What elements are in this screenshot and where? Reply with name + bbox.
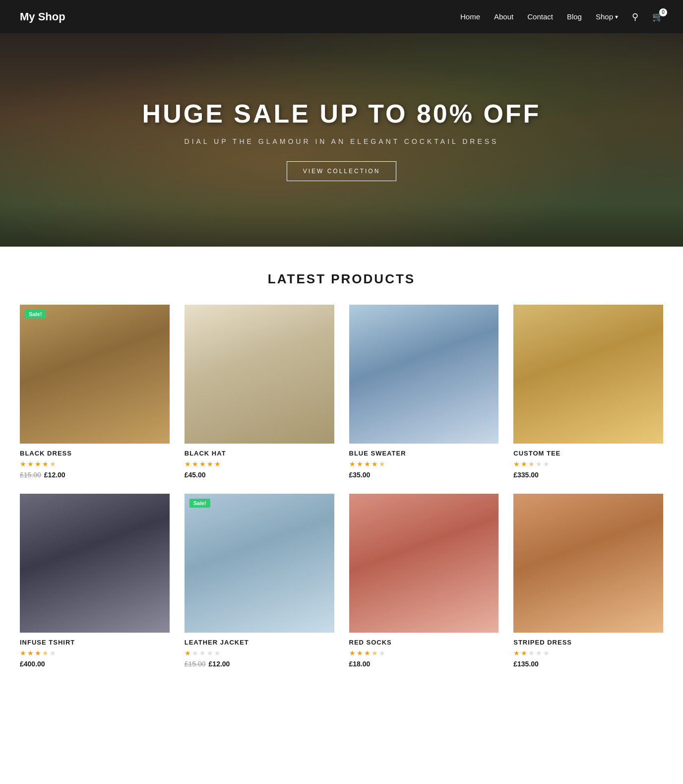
product-card[interactable]: INFUSE TSHIRT ★★★★★ £400.00 <box>20 494 170 668</box>
nav-links: Home About Contact Blog Shop ▾ ⚲ 🛒 0 <box>460 11 663 22</box>
star-full: ★ <box>364 649 371 657</box>
product-stars: ★★★★★ <box>349 649 499 657</box>
star-full: ★ <box>185 460 191 468</box>
price-old: £15.00 <box>20 471 41 479</box>
star-half: ★ <box>372 649 378 657</box>
star-full: ★ <box>513 460 520 468</box>
product-price: £15.00£12.00 <box>185 660 334 668</box>
view-collection-button[interactable]: VIEW COLLECTION <box>287 161 397 181</box>
star-full: ★ <box>372 460 378 468</box>
cart-badge: 0 <box>659 8 667 16</box>
star-full: ★ <box>357 649 363 657</box>
product-image <box>185 305 334 444</box>
product-stars: ★★★★★ <box>185 649 334 657</box>
star-full: ★ <box>521 460 527 468</box>
star-full: ★ <box>214 460 221 468</box>
product-image-wrapper: Sale! <box>20 305 170 444</box>
product-image-wrapper <box>349 305 499 444</box>
product-name: RED SOCKS <box>349 639 499 646</box>
product-card[interactable]: BLUE SWEATER ★★★★★ £35.00 <box>349 305 499 479</box>
product-card[interactable]: STRIPED DRESS ★★★★★ £135.00 <box>513 494 663 668</box>
product-stars: ★★★★★ <box>513 460 663 468</box>
hero-title: HUGE SALE UP TO 80% OFF <box>142 99 541 129</box>
product-card[interactable]: Sale! LEATHER JACKET ★★★★★ £15.00£12.00 <box>185 494 334 668</box>
product-name: BLACK DRESS <box>20 450 170 457</box>
product-image-wrapper <box>513 494 663 633</box>
star-full: ★ <box>513 649 520 657</box>
nav-shop-link[interactable]: Shop <box>596 12 613 21</box>
product-card[interactable]: CUSTOM TEE ★★★★★ £335.00 <box>513 305 663 479</box>
product-image <box>185 494 334 633</box>
product-image <box>349 494 499 633</box>
product-price: £400.00 <box>20 660 170 668</box>
product-price: £335.00 <box>513 471 663 479</box>
hero-section: HUGE SALE UP TO 80% OFF DIAL UP THE GLAM… <box>0 33 683 247</box>
star-full: ★ <box>349 460 356 468</box>
star-full: ★ <box>20 460 26 468</box>
navbar: My Shop Home About Contact Blog Shop ▾ ⚲… <box>0 0 683 33</box>
star-empty: ★ <box>379 649 385 657</box>
product-image <box>513 494 663 633</box>
nav-home[interactable]: Home <box>460 12 480 21</box>
price-new: £135.00 <box>513 660 539 668</box>
search-button[interactable]: ⚲ <box>632 11 638 22</box>
nav-contact[interactable]: Contact <box>527 12 553 21</box>
nav-blog[interactable]: Blog <box>567 12 582 21</box>
product-price: £35.00 <box>349 471 499 479</box>
nav-shop[interactable]: Shop ▾ <box>596 12 618 21</box>
product-stars: ★★★★★ <box>20 649 170 657</box>
star-half: ★ <box>528 460 535 468</box>
product-image <box>513 305 663 444</box>
star-full: ★ <box>20 649 26 657</box>
hero-content: HUGE SALE UP TO 80% OFF DIAL UP THE GLAM… <box>142 99 541 181</box>
price-old: £15.00 <box>185 660 206 668</box>
price-new: £12.00 <box>209 660 230 668</box>
product-image <box>20 305 170 444</box>
star-empty: ★ <box>543 649 550 657</box>
star-full: ★ <box>357 460 363 468</box>
product-stars: ★★★★★ <box>513 649 663 657</box>
star-empty: ★ <box>214 649 221 657</box>
product-name: STRIPED DRESS <box>513 639 663 646</box>
product-card[interactable]: BLACK HAT ★★★★★ £45.00 <box>185 305 334 479</box>
products-section: LATEST PRODUCTS Sale! BLACK DRESS ★★★★★ … <box>0 247 683 693</box>
price-new: £12.00 <box>44 471 65 479</box>
chevron-down-icon: ▾ <box>615 13 618 20</box>
product-stars: ★★★★★ <box>349 460 499 468</box>
star-full: ★ <box>207 460 213 468</box>
star-full: ★ <box>27 460 34 468</box>
product-price: £135.00 <box>513 660 663 668</box>
product-card[interactable]: Sale! BLACK DRESS ★★★★★ £15.00£12.00 <box>20 305 170 479</box>
star-empty: ★ <box>543 460 550 468</box>
star-empty: ★ <box>207 649 213 657</box>
star-half: ★ <box>42 649 49 657</box>
star-empty: ★ <box>192 649 198 657</box>
product-image-wrapper <box>349 494 499 633</box>
price-new: £400.00 <box>20 660 45 668</box>
nav-about[interactable]: About <box>494 12 513 21</box>
star-half: ★ <box>379 460 385 468</box>
product-image <box>20 494 170 633</box>
hero-subtitle: DIAL UP THE GLAMOUR IN AN ELEGANT COCKTA… <box>142 137 541 145</box>
product-image-wrapper <box>185 305 334 444</box>
product-image-wrapper: Sale! <box>185 494 334 633</box>
product-price: £15.00£12.00 <box>20 471 170 479</box>
price-new: £35.00 <box>349 471 371 479</box>
star-full: ★ <box>521 649 527 657</box>
product-card[interactable]: RED SOCKS ★★★★★ £18.00 <box>349 494 499 668</box>
star-full: ★ <box>42 460 49 468</box>
product-name: INFUSE TSHIRT <box>20 639 170 646</box>
star-full: ★ <box>349 649 356 657</box>
product-image-wrapper <box>513 305 663 444</box>
product-stars: ★★★★★ <box>185 460 334 468</box>
brand-logo[interactable]: My Shop <box>20 10 65 23</box>
product-name: CUSTOM TEE <box>513 450 663 457</box>
star-full: ★ <box>185 649 191 657</box>
product-name: BLUE SWEATER <box>349 450 499 457</box>
product-price: £18.00 <box>349 660 499 668</box>
star-full: ★ <box>35 649 41 657</box>
product-image <box>349 305 499 444</box>
star-empty: ★ <box>536 460 542 468</box>
star-empty: ★ <box>528 649 535 657</box>
products-grid: Sale! BLACK DRESS ★★★★★ £15.00£12.00 BLA… <box>20 305 663 668</box>
